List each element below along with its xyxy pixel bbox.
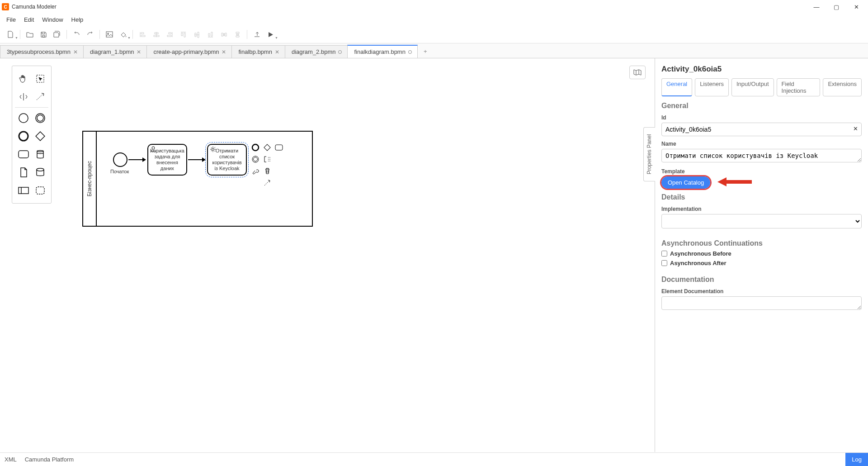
menubar: File Edit Window Help: [0, 14, 868, 26]
align-left-button: [137, 29, 148, 40]
space-tool[interactable]: [15, 88, 32, 106]
participant-tool[interactable]: [15, 181, 32, 200]
tab-close-button[interactable]: ✕: [137, 49, 141, 55]
diagram-canvas[interactable]: Бізнес-процес Початок Користувацька зада…: [0, 58, 655, 452]
tab-close-button[interactable]: ✕: [73, 49, 78, 55]
add-tab-button[interactable]: +: [417, 45, 434, 58]
redo-button[interactable]: [84, 29, 96, 40]
window-close-button[interactable]: ✕: [846, 0, 866, 13]
task-tool[interactable]: [15, 145, 32, 163]
ctx-intermediate-event[interactable]: [250, 154, 260, 164]
section-async: Asynchronous Continuations: [661, 239, 862, 247]
lasso-tool[interactable]: [32, 70, 48, 88]
callout-arrow-icon: [717, 176, 753, 189]
file-tab[interactable]: finalbp.bpmn✕: [231, 45, 285, 58]
data-store-ref-tool[interactable]: [32, 163, 48, 181]
prop-tab-io[interactable]: Input/Output: [731, 78, 774, 96]
ctx-connect[interactable]: [262, 178, 272, 188]
menu-help[interactable]: Help: [68, 14, 87, 25]
svg-point-14: [212, 148, 214, 151]
menu-edit[interactable]: Edit: [20, 14, 38, 25]
window-minimize-button[interactable]: —: [807, 0, 826, 13]
prop-tab-field-injections[interactable]: Field Injections: [777, 78, 821, 96]
implementation-select[interactable]: [661, 214, 862, 228]
distribute-v-button: [231, 29, 243, 40]
file-tab[interactable]: create-app-primary.bpmn✕: [146, 45, 232, 58]
deploy-button[interactable]: [251, 29, 263, 40]
tab-close-button[interactable]: ✕: [222, 49, 226, 55]
save-button[interactable]: [38, 29, 49, 40]
global-connect-tool[interactable]: [32, 88, 48, 106]
properties-panel-toggle[interactable]: Properties Panel: [643, 127, 655, 181]
window-maximize-button[interactable]: ▢: [826, 0, 846, 13]
data-store-tool[interactable]: [32, 145, 48, 163]
prop-tab-general[interactable]: General: [661, 78, 692, 96]
async-after-checkbox[interactable]: Asynchronous After: [661, 260, 862, 266]
element-doc-input[interactable]: [661, 296, 862, 310]
implementation-label: Implementation: [661, 206, 862, 212]
image-export-button[interactable]: [104, 29, 115, 40]
data-object-tool[interactable]: [15, 163, 32, 181]
async-before-checkbox[interactable]: Asynchronous Before: [661, 250, 862, 257]
open-file-button[interactable]: [24, 29, 36, 40]
gateway-tool[interactable]: [32, 127, 48, 145]
element-doc-label: Element Documentation: [661, 288, 862, 295]
name-input[interactable]: Отримати список користувачів із Keycloak: [661, 149, 862, 162]
svg-rect-7: [36, 132, 45, 141]
user-task[interactable]: Користувацька задача для внесення даних: [147, 144, 187, 176]
svg-rect-10: [19, 187, 28, 194]
new-file-button[interactable]: ▼: [5, 29, 16, 40]
file-tabs: 3typessubprocess.bpmn✕diagram_1.bpmn✕cre…: [0, 43, 868, 58]
id-clear-button[interactable]: ✕: [853, 125, 858, 132]
sequence-flow-1[interactable]: [128, 159, 146, 160]
ctx-wrench[interactable]: [250, 166, 260, 176]
open-catalog-button[interactable]: Open Catalog: [661, 176, 710, 189]
sequence-flow-2[interactable]: [188, 159, 205, 160]
prop-tab-extensions[interactable]: Extensions: [823, 78, 862, 96]
file-tab[interactable]: diagram_2.bpmn: [285, 45, 348, 58]
ctx-gateway[interactable]: [262, 143, 272, 152]
properties-header: Activity_0k6oia5: [661, 65, 862, 74]
prop-tab-listeners[interactable]: Listeners: [695, 78, 729, 96]
svg-point-1: [108, 33, 109, 34]
end-event-tool[interactable]: [15, 127, 32, 145]
file-tab[interactable]: 3typessubprocess.bpmn✕: [0, 45, 84, 58]
file-tab[interactable]: diagram_1.bpmn✕: [83, 45, 147, 58]
save-all-button[interactable]: [51, 29, 63, 40]
start-event-tool[interactable]: [15, 109, 32, 127]
start-event-label: Початок: [110, 169, 129, 174]
gear-icon: [210, 146, 217, 154]
start-event[interactable]: [113, 152, 127, 167]
undo-button[interactable]: [71, 29, 82, 40]
align-top-button: [177, 29, 189, 40]
name-label: Name: [661, 141, 862, 147]
menu-window[interactable]: Window: [38, 14, 66, 25]
svg-point-6: [19, 132, 28, 141]
color-fill-button[interactable]: ▼: [117, 29, 129, 40]
run-button[interactable]: ▼: [264, 29, 276, 40]
toolbar: ▼ ▼ ▼: [0, 26, 868, 43]
ctx-annotation[interactable]: [262, 154, 272, 164]
tab-label: diagram_2.bpmn: [292, 48, 336, 55]
ctx-delete[interactable]: [262, 166, 272, 176]
app-title: Camunda Modeler: [12, 4, 57, 10]
pool-label: Бізнес-процес: [83, 132, 97, 226]
id-input[interactable]: [661, 123, 862, 136]
hand-tool[interactable]: [15, 70, 32, 88]
svg-point-15: [252, 144, 259, 151]
bpmn-pool[interactable]: Бізнес-процес Початок Користувацька зада…: [82, 131, 313, 227]
menu-file[interactable]: File: [3, 14, 19, 25]
intermediate-event-tool[interactable]: [32, 109, 48, 127]
template-label: Template: [661, 168, 862, 175]
tab-close-button[interactable]: ✕: [275, 49, 279, 55]
service-task[interactable]: Отримати список користувачів із Keycloak: [207, 144, 247, 176]
group-tool[interactable]: [32, 181, 48, 200]
ctx-task[interactable]: [274, 143, 284, 152]
align-center-button: [150, 29, 162, 40]
app-icon: C: [2, 3, 9, 10]
minimap-toggle[interactable]: [629, 66, 646, 79]
ctx-end-event[interactable]: [250, 143, 260, 152]
titlebar: C Camunda Modeler — ▢ ✕: [0, 0, 868, 14]
svg-rect-8: [19, 151, 28, 158]
file-tab[interactable]: finalkdiagram.bpmn: [347, 45, 417, 58]
